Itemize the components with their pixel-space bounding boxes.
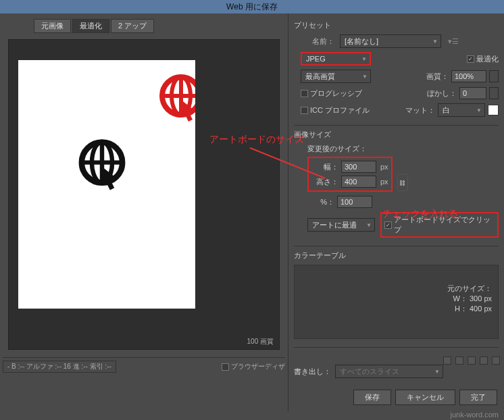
fit-select[interactable]: アートに最適 ▼: [307, 218, 375, 232]
icc-label: ICC プロファイル: [310, 105, 370, 115]
stepper-icon[interactable]: [489, 70, 499, 82]
browser-dither-label: ブラウザーディザ: [231, 362, 285, 371]
color-table-title: カラーテーブル: [294, 251, 499, 261]
quality-preset-value: 最高画質: [305, 72, 335, 82]
tool-icon[interactable]: [468, 357, 476, 365]
matte-select[interactable]: 白 ▼: [438, 103, 485, 117]
tab-original[interactable]: 元画像: [34, 19, 71, 33]
matte-value: 白: [443, 105, 450, 115]
size-inputs-highlight: 幅： 300 px 高さ： 400 px: [307, 157, 393, 192]
export-select[interactable]: すべてのスライス ▼: [335, 365, 443, 378]
checkbox-icon: [301, 90, 308, 97]
quality-label: 画質：: [426, 72, 449, 82]
image-size-title: 画像サイズ: [294, 130, 499, 140]
quality-preset-select[interactable]: 最高画質 ▼: [301, 70, 371, 83]
watermark: junk-word.com: [450, 411, 499, 419]
chevron-down-icon: ▼: [476, 107, 482, 113]
format-value: JPEG: [306, 55, 326, 63]
export-label: 書き出し：: [294, 367, 331, 377]
save-button[interactable]: 保存: [353, 390, 391, 405]
orig-size-title: 元のサイズ：: [447, 284, 492, 294]
tool-icon[interactable]: [480, 357, 488, 365]
left-pane: 元画像 最適化 2 アップ: [0, 14, 288, 412]
original-size: 元のサイズ： W： 300 px H： 400 px: [447, 284, 492, 314]
width-label: 幅：: [311, 162, 338, 172]
matte-swatch[interactable]: [488, 105, 499, 115]
export-row: 書き出し： すべてのスライス ▼: [294, 365, 499, 378]
format-select[interactable]: JPEG ▼: [301, 52, 371, 65]
percent-label: %：: [307, 197, 334, 207]
blur-label: ぼかし：: [427, 88, 457, 99]
chevron-down-icon: ▼: [432, 38, 438, 45]
annotation-artboard-size: アートボードのサイズ: [209, 134, 304, 146]
checkbox-icon: ✓: [384, 221, 392, 229]
after-size-label: 変更後のサイズ：: [307, 144, 499, 154]
chevron-down-icon: ▼: [434, 369, 440, 375]
preview-area: 100 画質: [8, 39, 280, 350]
globe-cursor-icon: [76, 137, 128, 195]
checkbox-icon: [301, 107, 308, 114]
status-bar: - B :-- アルファ :-- 16 進 :-- 索引 :-- ブラウザーディ…: [3, 357, 285, 373]
width-unit: px: [380, 163, 388, 171]
preset-menu-icon[interactable]: ▾☰: [448, 37, 459, 46]
annotation-check-this: チェックを入れる: [382, 208, 458, 220]
done-button[interactable]: 完了: [459, 390, 497, 405]
link-icon[interactable]: ⛓: [397, 174, 408, 191]
height-unit: px: [380, 178, 388, 186]
orig-width: W： 300 px: [447, 294, 492, 304]
titlebar: Web 用に保存: [0, 0, 504, 14]
percent-input[interactable]: 100: [337, 196, 372, 208]
checkbox-icon: [222, 363, 229, 371]
tool-icon[interactable]: [443, 357, 451, 365]
chevron-down-icon: ▼: [361, 56, 367, 62]
color-readout[interactable]: - B :-- アルファ :-- 16 進 :-- 索引 :--: [3, 361, 116, 373]
quality-input[interactable]: 100%: [451, 70, 486, 82]
tab-optimized[interactable]: 最適化: [72, 19, 109, 33]
chevron-down-icon: ▼: [366, 222, 372, 228]
width-input[interactable]: 300: [341, 161, 376, 173]
matte-label: マット：: [405, 105, 435, 115]
preset-name-value: [名前なし]: [345, 36, 378, 47]
stepper-icon[interactable]: [489, 87, 499, 99]
globe-cursor-icon: [157, 72, 195, 126]
preset-section: プリセット 名前： [名前なし] ▼ ▾☰ JPEG ▼ ✓ 最適化: [294, 16, 499, 126]
tab-2up[interactable]: 2 アップ: [111, 19, 154, 33]
artboard-canvas: [18, 60, 195, 309]
export-value: すべてのスライス: [340, 367, 399, 377]
cancel-button[interactable]: キャンセル: [395, 390, 455, 405]
view-tabs: 元画像 最適化 2 アップ: [34, 19, 288, 33]
blur-input[interactable]: 0: [459, 87, 486, 99]
browser-dither-checkbox[interactable]: ブラウザーディザ: [222, 362, 285, 371]
progressive-label: プログレッシブ: [310, 88, 362, 99]
image-size-section: 画像サイズ 変更後のサイズ： 幅： 300 px 高さ： 400 px ⛓ 元の…: [294, 126, 499, 246]
name-label: 名前：: [294, 36, 337, 47]
progressive-checkbox[interactable]: プログレッシブ: [301, 88, 362, 99]
tool-icon[interactable]: [455, 357, 463, 365]
chevron-down-icon: ▼: [362, 74, 368, 80]
button-bar: 保存 キャンセル 完了: [353, 390, 497, 405]
trash-icon[interactable]: [492, 357, 500, 365]
orig-height: H： 400 px: [447, 304, 492, 314]
checkbox-icon: ✓: [467, 55, 474, 63]
color-table-tools: [443, 357, 500, 365]
preset-title: プリセット: [294, 20, 499, 30]
fit-value: アートに最適: [312, 220, 357, 230]
optimize-checkbox[interactable]: ✓ 最適化: [467, 54, 499, 64]
preview-quality-label: 100 画質: [247, 337, 274, 346]
icc-checkbox[interactable]: ICC プロファイル: [301, 105, 370, 115]
height-input[interactable]: 400: [341, 176, 376, 188]
optimize-label: 最適化: [476, 54, 499, 64]
preset-name-select[interactable]: [名前なし] ▼: [340, 34, 441, 48]
